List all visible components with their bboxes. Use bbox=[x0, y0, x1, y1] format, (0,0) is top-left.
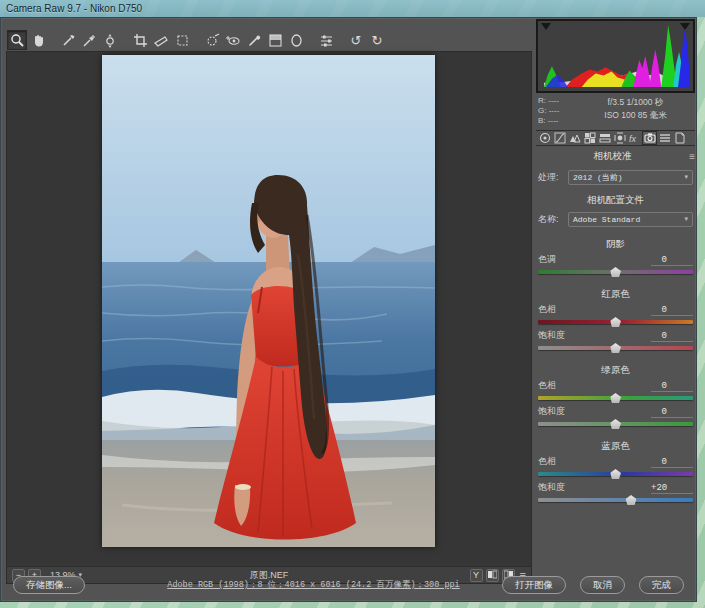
blue-saturation-value[interactable]: +20 bbox=[651, 483, 693, 494]
b-channel-label: B: bbox=[538, 116, 546, 125]
red-saturation-value[interactable]: 0 bbox=[651, 331, 693, 342]
bottom-bar: 存储图像... Adobe RGB (1998)；8 位；4016 x 6016… bbox=[1, 569, 696, 601]
r-channel-value: ---- bbox=[548, 96, 559, 105]
iso-focal-info: ISO 100 85 毫米 bbox=[578, 109, 693, 122]
blue-saturation-thumb[interactable] bbox=[626, 495, 637, 505]
green-hue-thumb[interactable] bbox=[610, 393, 621, 403]
highlight-clipping-icon[interactable] bbox=[680, 23, 690, 30]
targeted-adjustment-tool-icon[interactable] bbox=[100, 30, 120, 50]
white-balance-tool-icon[interactable] bbox=[58, 30, 78, 50]
blue-saturation-track[interactable] bbox=[538, 498, 693, 502]
save-image-button[interactable]: 存储图像... bbox=[13, 576, 85, 594]
section-shadows-title: 阴影 bbox=[536, 238, 695, 251]
tab-tone-curve[interactable] bbox=[552, 131, 567, 145]
green-hue-value[interactable]: 0 bbox=[651, 381, 693, 392]
profile-name-label: 名称: bbox=[538, 213, 568, 226]
hand-tool-icon[interactable] bbox=[28, 30, 48, 50]
profile-name-row: 名称: Adobe Standard ▾ bbox=[538, 211, 693, 227]
b-channel-value: ---- bbox=[548, 116, 559, 125]
blue-hue-slider: 色相 0 bbox=[538, 456, 693, 479]
process-value: 2012 (当前) bbox=[573, 172, 684, 183]
section-shadows: 阴影 色调 0 bbox=[536, 238, 695, 277]
histogram bbox=[536, 19, 695, 93]
shadow-clipping-icon[interactable] bbox=[541, 23, 551, 30]
preferences-icon[interactable] bbox=[316, 30, 336, 50]
red-saturation-slider: 饱和度 0 bbox=[538, 330, 693, 353]
tab-snapshots[interactable] bbox=[672, 131, 687, 145]
blue-saturation-slider: 饱和度 +20 bbox=[538, 482, 693, 505]
photo-preview[interactable] bbox=[102, 55, 435, 547]
panel-menu-icon[interactable]: ≡ bbox=[689, 151, 695, 162]
green-saturation-value[interactable]: 0 bbox=[651, 407, 693, 418]
shadow-tint-slider: 色调 0 bbox=[538, 254, 693, 277]
graduated-filter-tool-icon[interactable] bbox=[265, 30, 285, 50]
zoom-tool-icon[interactable] bbox=[7, 30, 27, 50]
image-preview-area[interactable]: − + 13.9% ▾ 原图.NEF Y ≡ bbox=[6, 51, 532, 584]
panel-header: 相机校准 ≡ bbox=[536, 147, 695, 165]
adjustment-brush-tool-icon[interactable] bbox=[244, 30, 264, 50]
profile-name-dropdown-icon: ▾ bbox=[684, 215, 688, 223]
section-red-primary: 红原色 色相 0 饱和度 0 bbox=[536, 288, 695, 353]
rotate-right-icon[interactable]: ↻ bbox=[367, 30, 387, 50]
open-image-button[interactable]: 打开图像 bbox=[502, 576, 566, 594]
tab-lens-corrections[interactable] bbox=[612, 131, 627, 145]
panel-title: 相机校准 bbox=[536, 150, 689, 163]
tab-presets[interactable] bbox=[657, 131, 672, 145]
process-select[interactable]: 2012 (当前) ▾ bbox=[568, 170, 693, 185]
exif-info: R: ---- G: ---- B: ---- f/3.5 1/1000 秒 I… bbox=[536, 93, 695, 128]
rotate-left-icon[interactable]: ↺ bbox=[346, 30, 366, 50]
process-row: 处理: 2012 (当前) ▾ bbox=[538, 169, 693, 185]
g-channel-label: G: bbox=[538, 106, 546, 115]
svg-text:fx: fx bbox=[629, 134, 637, 144]
red-eye-tool-icon[interactable] bbox=[223, 30, 243, 50]
blue-saturation-label: 饱和度 bbox=[538, 481, 651, 494]
blue-hue-value[interactable]: 0 bbox=[651, 457, 693, 468]
green-hue-slider: 色相 0 bbox=[538, 380, 693, 403]
red-saturation-label: 饱和度 bbox=[538, 329, 651, 342]
done-button[interactable]: 完成 bbox=[639, 576, 684, 594]
process-label: 处理: bbox=[538, 171, 568, 184]
tab-effects[interactable]: fx bbox=[627, 131, 642, 145]
radial-filter-tool-icon[interactable] bbox=[286, 30, 306, 50]
section-green-primary-title: 绿原色 bbox=[536, 364, 695, 377]
title-bar: Camera Raw 9.7 - Nikon D750 bbox=[0, 0, 705, 17]
process-dropdown-icon: ▾ bbox=[684, 173, 688, 181]
blue-hue-thumb[interactable] bbox=[610, 469, 621, 479]
adjustment-tabs: fx bbox=[536, 130, 695, 146]
section-blue-primary-title: 蓝原色 bbox=[536, 440, 695, 453]
tab-hsl-grayscale[interactable] bbox=[582, 131, 597, 145]
straighten-tool-icon[interactable] bbox=[151, 30, 171, 50]
profile-name-value: Adobe Standard bbox=[573, 215, 684, 224]
tab-detail[interactable] bbox=[567, 131, 582, 145]
blue-hue-label: 色相 bbox=[538, 455, 651, 468]
profile-name-select[interactable]: Adobe Standard ▾ bbox=[568, 212, 693, 227]
red-hue-label: 色相 bbox=[538, 303, 651, 316]
shadow-tint-thumb[interactable] bbox=[610, 267, 621, 277]
red-saturation-thumb[interactable] bbox=[610, 343, 621, 353]
tab-basic[interactable] bbox=[537, 131, 552, 145]
shadow-tint-label: 色调 bbox=[538, 253, 651, 266]
transform-tool-icon[interactable] bbox=[172, 30, 192, 50]
section-green-primary: 绿原色 色相 0 饱和度 0 bbox=[536, 364, 695, 429]
histogram-plot bbox=[538, 21, 693, 91]
green-saturation-slider: 饱和度 0 bbox=[538, 406, 693, 429]
camera-raw-dialog: ↺ ↻ bbox=[0, 17, 697, 602]
r-channel-label: R: bbox=[538, 96, 546, 105]
tab-camera-calibration[interactable] bbox=[642, 131, 657, 145]
window-title: Camera Raw 9.7 - Nikon D750 bbox=[6, 3, 142, 14]
color-sampler-tool-icon[interactable] bbox=[79, 30, 99, 50]
crop-tool-icon[interactable] bbox=[130, 30, 150, 50]
section-blue-primary: 蓝原色 色相 0 饱和度 +20 bbox=[536, 440, 695, 505]
exposure-info: f/3.5 1/1000 秒 bbox=[578, 96, 693, 109]
workflow-options-link[interactable]: Adobe RGB (1998)；8 位；4016 x 6016 (24.2 百… bbox=[161, 579, 466, 591]
green-saturation-thumb[interactable] bbox=[610, 419, 621, 429]
red-hue-thumb[interactable] bbox=[610, 317, 621, 327]
red-hue-slider: 色相 0 bbox=[538, 304, 693, 327]
section-red-primary-title: 红原色 bbox=[536, 288, 695, 301]
tab-split-toning[interactable] bbox=[597, 131, 612, 145]
green-saturation-label: 饱和度 bbox=[538, 405, 651, 418]
spot-removal-tool-icon[interactable] bbox=[202, 30, 222, 50]
cancel-button[interactable]: 取消 bbox=[580, 576, 625, 594]
shadow-tint-value[interactable]: 0 bbox=[651, 255, 693, 266]
red-hue-value[interactable]: 0 bbox=[651, 305, 693, 316]
